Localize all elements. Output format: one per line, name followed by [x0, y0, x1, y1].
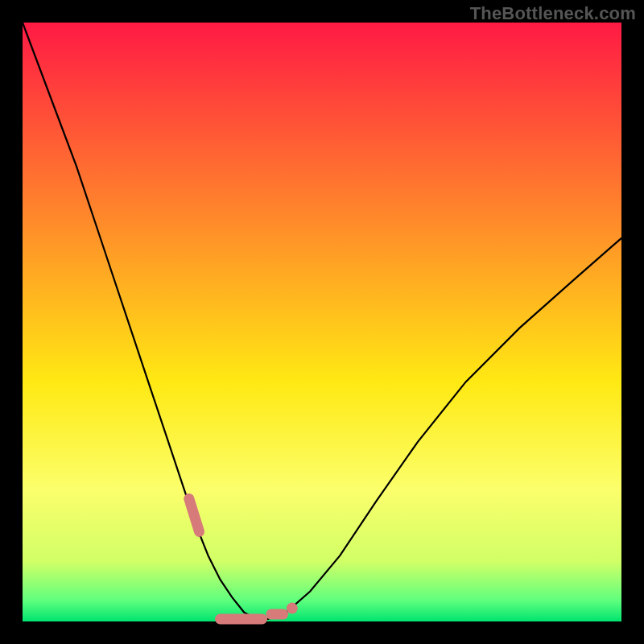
bottleneck-chart — [0, 0, 644, 644]
chart-frame: TheBottleneck.com — [0, 0, 644, 644]
svg-point-0 — [287, 603, 298, 614]
watermark-text: TheBottleneck.com — [470, 3, 636, 24]
gradient-background — [23, 23, 621, 621]
